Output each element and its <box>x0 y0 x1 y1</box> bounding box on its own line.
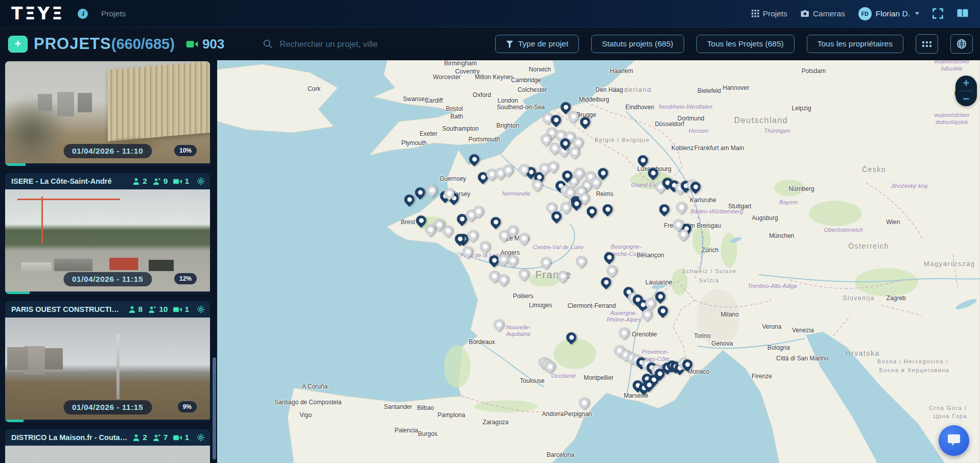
project-card-list: 01/04/2026 - 11:10 10% ISERE - La Côte-S… <box>0 61 217 463</box>
progress-bar <box>5 163 210 166</box>
snapshot-timestamp: 01/04/2026 - 11:15 <box>63 400 152 415</box>
map-zoom-control: + − <box>955 76 977 106</box>
project-stats: 2 7 1 <box>132 433 205 442</box>
project-snapshot[interactable]: 01/04/2026 - 11:15 12% <box>5 189 210 291</box>
fullscreen-button[interactable] <box>932 8 943 19</box>
people-count: 8 <box>138 305 143 314</box>
page-title: PROJETS <box>34 35 111 53</box>
project-stats: 8 10 1 <box>128 305 205 314</box>
video-camera-icon <box>173 434 182 441</box>
map-view-button[interactable] <box>950 34 973 54</box>
chat-bubble-icon <box>946 433 962 448</box>
project-card-header: DISTRICO La Maison.fr - Coutan... 2 7 1 <box>5 429 210 446</box>
page-header: + PROJETS (660/685) 903 Type de projet S… <box>0 28 980 60</box>
project-settings-button[interactable] <box>197 177 205 185</box>
people-plus-count: 10 <box>159 305 168 314</box>
project-snapshot[interactable]: 01/04/2026 - 11:15 9% <box>5 318 210 420</box>
filter-project-type-label: Type de projet <box>518 39 568 48</box>
sidebar-scrollbar[interactable] <box>213 60 217 463</box>
people-count: 2 <box>143 433 147 442</box>
nav-link-projets[interactable]: Projets <box>101 9 126 18</box>
chevron-down-icon <box>915 12 919 15</box>
person-plus-icon <box>148 306 156 313</box>
chat-widget-button[interactable] <box>939 425 969 456</box>
project-card-header: PARIS OUEST CONSTRUCTION - ... 8 10 1 <box>5 301 210 318</box>
cameras-count: 903 <box>202 36 224 52</box>
progress-bar <box>5 291 210 294</box>
user-name: Florian D. <box>876 9 910 18</box>
snapshot-photo <box>5 446 210 463</box>
filter-owners[interactable]: Tous les propriétaires <box>807 35 903 53</box>
filter-all-projects[interactable]: Tous les Projets (685) <box>696 35 795 53</box>
app-root: TΞYΞ i Projets Projets Cameras FD Floria… <box>0 0 980 463</box>
book-icon <box>956 9 969 18</box>
progress-bar <box>5 420 210 422</box>
funnel-icon <box>506 40 514 48</box>
search-box <box>263 39 432 50</box>
person-icon <box>132 178 140 185</box>
project-title: PARIS OUEST CONSTRUCTION - ... <box>11 305 124 313</box>
photo-detail <box>101 334 134 399</box>
project-card[interactable]: 01/04/2026 - 11:10 10% <box>5 61 210 166</box>
project-settings-button[interactable] <box>197 305 205 313</box>
user-menu[interactable]: FD Florian D. <box>858 7 919 20</box>
progress-fill <box>5 163 26 166</box>
camera-icon <box>801 10 809 17</box>
progress-badge: 10% <box>174 145 197 156</box>
zoom-out-button[interactable]: − <box>955 91 977 106</box>
nav-projects-button[interactable]: Projets <box>752 9 787 18</box>
map-base <box>217 60 980 463</box>
people-plus-count: 7 <box>164 433 168 442</box>
project-settings-button[interactable] <box>197 433 205 442</box>
person-plus-icon <box>153 178 161 185</box>
filter-project-type[interactable]: Type de projet <box>495 35 579 53</box>
progress-fill <box>5 420 24 422</box>
search-icon <box>263 39 272 48</box>
project-card[interactable]: DISTRICO La Maison.fr - Coutan... 2 7 1 <box>5 429 210 463</box>
scrollbar-thumb[interactable] <box>213 357 216 459</box>
nav-projects-label: Projets <box>763 9 787 18</box>
teye-logo[interactable]: TΞYΞ <box>11 5 64 22</box>
snapshot-timestamp: 01/04/2026 - 11:10 <box>63 144 152 158</box>
nav-cameras-label: Cameras <box>813 9 845 18</box>
grid-view-icon <box>922 41 931 47</box>
cameras-count: 1 <box>184 305 189 314</box>
gear-icon <box>197 305 205 313</box>
project-card[interactable]: PARIS OUEST CONSTRUCTION - ... 8 10 1 01… <box>5 301 210 422</box>
docs-button[interactable] <box>956 9 969 18</box>
cameras-count: 1 <box>184 433 189 442</box>
add-project-button[interactable]: + <box>8 36 28 53</box>
zoom-in-button[interactable]: + <box>955 76 977 90</box>
project-title: DISTRICO La Maison.fr - Coutan... <box>11 433 128 442</box>
filter-project-status[interactable]: Statuts projets (685) <box>591 35 684 53</box>
progress-fill <box>5 291 30 294</box>
people-plus-count: 9 <box>164 177 168 186</box>
video-camera-icon <box>173 306 182 313</box>
search-input[interactable] <box>278 39 432 50</box>
top-navbar: TΞYΞ i Projets Projets Cameras FD Floria… <box>0 0 980 28</box>
project-title: ISERE - La Côte-Saint-André <box>11 177 128 185</box>
project-stats: 2 9 1 <box>132 177 205 186</box>
person-icon <box>128 306 136 313</box>
progress-badge: 12% <box>174 273 197 284</box>
info-icon[interactable]: i <box>78 9 88 19</box>
grid-view-button[interactable] <box>916 34 938 54</box>
person-icon <box>132 434 140 442</box>
project-snapshot[interactable]: 01/04/2026 - 11:10 10% <box>5 61 210 163</box>
photo-detail <box>7 346 77 375</box>
project-snapshot[interactable] <box>5 446 210 463</box>
project-card[interactable]: ISERE - La Côte-Saint-André 2 9 1 01/04/… <box>5 173 210 294</box>
user-avatar: FD <box>858 7 872 20</box>
gear-icon <box>197 177 205 185</box>
people-count: 2 <box>143 177 147 186</box>
projects-sidebar: 01/04/2026 - 11:10 10% ISERE - La Côte-S… <box>0 60 217 463</box>
content-area: 01/04/2026 - 11:10 10% ISERE - La Côte-S… <box>0 60 980 463</box>
filter-project-status-label: Statuts projets (685) <box>602 39 673 48</box>
gear-icon <box>197 433 205 442</box>
map-container[interactable]: FranceDeutschlandNederlandBelgië / Belgi… <box>217 60 980 463</box>
person-plus-icon <box>153 434 161 442</box>
nav-cameras-button[interactable]: Cameras <box>801 9 845 18</box>
filter-owners-label: Tous les propriétaires <box>818 39 893 48</box>
projects-count: (660/685) <box>111 36 175 53</box>
photo-detail <box>38 92 103 116</box>
